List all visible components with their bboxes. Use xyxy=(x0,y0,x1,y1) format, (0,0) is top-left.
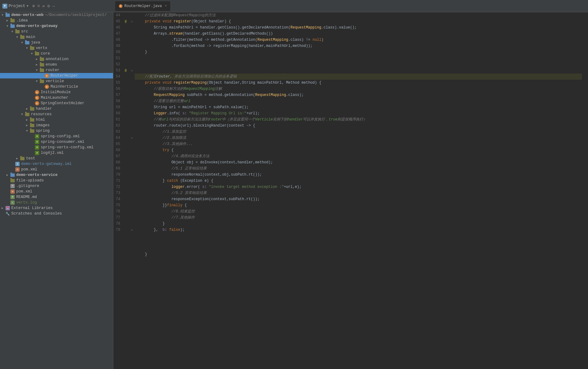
src-folder-icon xyxy=(15,29,20,34)
code-line-72: responseException(context,subPath.rt()); xyxy=(135,196,582,202)
tree-root[interactable]: ▼ demo-vertx-web ~/Documents/seckillproj… xyxy=(0,12,113,18)
pom-root-icon: m xyxy=(10,189,15,194)
title-bar-icons: ⊕ ≡ ⇌ ⚙ — xyxy=(32,3,55,9)
code-line-55: RequestMapping subPath = method.getAnnot… xyxy=(135,92,582,98)
sidebar-item-spring[interactable]: ▼ spring xyxy=(0,128,113,134)
code-line-44: //过滤掉未配置@RequestMapping的方法 xyxy=(135,12,582,18)
sidebar-item-external-libraries[interactable]: ▶ 📚 External Libraries xyxy=(0,205,113,211)
routerhelper-class-icon: C xyxy=(44,74,50,78)
sidebar-item-spring-vertx[interactable]: ▶ X spring-vertx-config.xml xyxy=(0,145,113,150)
java-label: java xyxy=(31,40,40,45)
sidebar-item-vertx[interactable]: ▼ vertx xyxy=(0,45,113,51)
project-title[interactable]: Project xyxy=(9,4,25,8)
code-line-62: //2.添加限流 xyxy=(135,135,582,141)
code-line-61: //1.添加监控 xyxy=(135,129,582,135)
annotation-arrow: ▶ xyxy=(34,57,39,61)
code-line-47: Arrays.stream(handler.getClass().getDecl… xyxy=(135,31,582,37)
initialmodule-label: InitialModule xyxy=(41,90,71,94)
code-line-68: responseNormal(context,obj,subPath.rt())… xyxy=(135,172,582,178)
sidebar-item-src[interactable]: ▼ src xyxy=(0,29,113,34)
spring-vertx-icon: X xyxy=(34,145,40,150)
sidebar-item-core[interactable]: ▼ core xyxy=(0,51,113,56)
sidebar-item-idea[interactable]: ▶ .idea xyxy=(0,18,113,23)
sidebar-item-gitignore[interactable]: ▶ T .gitignore xyxy=(0,183,113,189)
springcontextholder-class-icon: C xyxy=(34,101,40,105)
right-gutter xyxy=(582,12,588,369)
sidebar-item-handler[interactable]: ▶ handler xyxy=(0,106,113,112)
core-arrow: ▼ xyxy=(29,52,34,55)
sidebar-item-main[interactable]: ▼ main xyxy=(0,34,113,40)
enums-label: enums xyxy=(46,63,57,67)
sidebar-item-vertxlog[interactable]: ▶ L vertx.log xyxy=(0,200,113,205)
sidebar-item-gateway-iml[interactable]: ▶ I demo-vertx-gateway.iml xyxy=(0,161,113,167)
ext-lib-icon: 📚 xyxy=(5,206,10,210)
spring-label: spring xyxy=(36,129,50,133)
sidebar-item-java[interactable]: ▼ java xyxy=(0,40,113,45)
sidebar-item-resources[interactable]: ▼ resources xyxy=(0,112,113,117)
sidebar-item-gateway[interactable]: ▼ demo-vertx-gateway xyxy=(0,23,113,29)
initialmodule-class-icon: C xyxy=(34,90,40,94)
sidebar-item-annotation[interactable]: ▶ annotation xyxy=(0,56,113,62)
handler-arrow: ▶ xyxy=(24,107,29,111)
sidebar[interactable]: ▼ demo-vertx-web ~/Documents/seckillproj… xyxy=(0,12,113,369)
sort-icon[interactable]: ⇌ xyxy=(42,3,45,9)
sidebar-item-log4j2[interactable]: ▶ X log4j2.xml xyxy=(0,150,113,156)
resources-label: resources xyxy=(31,112,52,116)
minimize-icon[interactable]: — xyxy=(52,4,55,9)
sidebar-item-routerhelper[interactable]: ▶ C RouterHelper xyxy=(0,73,113,78)
sidebar-item-springcontextholder[interactable]: ▶ C SpringContextHolder xyxy=(0,101,113,106)
code-line-65: //4.调用对应业务方法 xyxy=(135,153,582,159)
sidebar-item-spring-consumer[interactable]: ▶ X spring-consumer.xml xyxy=(0,139,113,145)
sidebar-item-mainverticle[interactable]: ▶ C MainVerticle xyxy=(0,84,113,89)
code-editor[interactable]: 44 45 46 47 48 49 50 51 52 53 54 55 56 5… xyxy=(113,12,588,369)
code-line-50: } xyxy=(135,49,582,55)
service-arrow: ▶ xyxy=(5,173,10,177)
sidebar-item-initialmodule[interactable]: ▶ C InitialModule xyxy=(0,89,113,95)
service-label: demo-vertx-service xyxy=(16,173,58,177)
sidebar-item-router[interactable]: ▼ router xyxy=(0,67,113,73)
sidebar-item-file-uploads[interactable]: ▶ file-uploads xyxy=(0,178,113,183)
sidebar-item-verticle[interactable]: ▼ verticle xyxy=(0,78,113,84)
gutter2: ◇ ◇ ◇ xyxy=(129,12,135,369)
sidebar-item-images[interactable]: ▶ images xyxy=(0,123,113,128)
sidebar-item-html[interactable]: ▶ html xyxy=(0,117,113,123)
code-line-75: //7.其他操作 xyxy=(135,215,582,221)
code-line-69: } catch (Exception e) { xyxy=(135,178,582,184)
sidebar-item-service[interactable]: ▶ demo-vertx-service xyxy=(0,172,113,178)
code-area[interactable]: 44 45 46 47 48 49 50 51 52 53 54 55 56 5… xyxy=(113,12,588,369)
mainlauncher-label: MainLauncher xyxy=(41,96,68,100)
annotation-label: annotation xyxy=(46,57,69,61)
sidebar-item-mainlauncher[interactable]: ▶ C MainLauncher xyxy=(0,95,113,101)
ext-lib-arrow: ▶ xyxy=(0,206,5,210)
scratches-icon: 🔧 xyxy=(5,211,10,216)
java-folder-icon xyxy=(24,40,30,45)
code-line-64: try { xyxy=(135,147,582,153)
tab-close-button[interactable]: × xyxy=(165,4,167,8)
settings-icon[interactable]: ⚙ xyxy=(47,3,50,9)
sidebar-item-pom-gateway[interactable]: ▶ m pom.xml xyxy=(0,167,113,172)
code-line-73: }}finally { xyxy=(135,202,582,208)
code-lines: //过滤掉未配置@RequestMapping的方法 private void … xyxy=(135,12,582,369)
code-line-74: //6.结束监控 xyxy=(135,208,582,215)
sidebar-item-test[interactable]: ▶ test xyxy=(0,156,113,161)
tab-routerhelper[interactable]: C RouterHelper.java × xyxy=(115,1,170,11)
sidebar-item-pom-root[interactable]: ▶ m pom.xml xyxy=(0,189,113,194)
handler-label: handler xyxy=(36,107,52,111)
sidebar-item-enums[interactable]: ▶ enums xyxy=(0,62,113,67)
code-line-58: Logger.info( s: "Register Mapping Url is… xyxy=(135,110,582,116)
sidebar-item-scratches[interactable]: ▶ 🔧 Scratches and Consoles xyxy=(0,211,113,216)
sidebar-item-spring-config[interactable]: ▶ X spring-config.xml xyxy=(0,134,113,139)
line-numbers: 44 45 46 47 48 49 50 51 52 53 54 55 56 5… xyxy=(113,12,123,369)
core-label: core xyxy=(41,51,50,56)
code-line-60: router.route(url).blockingHandler(contex… xyxy=(135,123,582,129)
sidebar-item-readme[interactable]: ▶ M README.md xyxy=(0,194,113,200)
spring-vertx-label: spring-vertx-config.xml xyxy=(41,145,94,150)
globe-icon[interactable]: ⊕ xyxy=(32,3,35,9)
test-label: test xyxy=(26,156,35,161)
title-bar-left: P Project ▼ ⊕ ≡ ⇌ ⚙ — xyxy=(2,3,113,9)
java-arrow: ▼ xyxy=(20,41,24,44)
mainverticle-label: MainVerticle xyxy=(51,85,78,89)
code-line-54: //获取目标方法的RequestMapping注解 xyxy=(135,86,582,92)
list-icon[interactable]: ≡ xyxy=(37,4,40,9)
code-line-63: //3.其他操作... xyxy=(135,141,582,147)
